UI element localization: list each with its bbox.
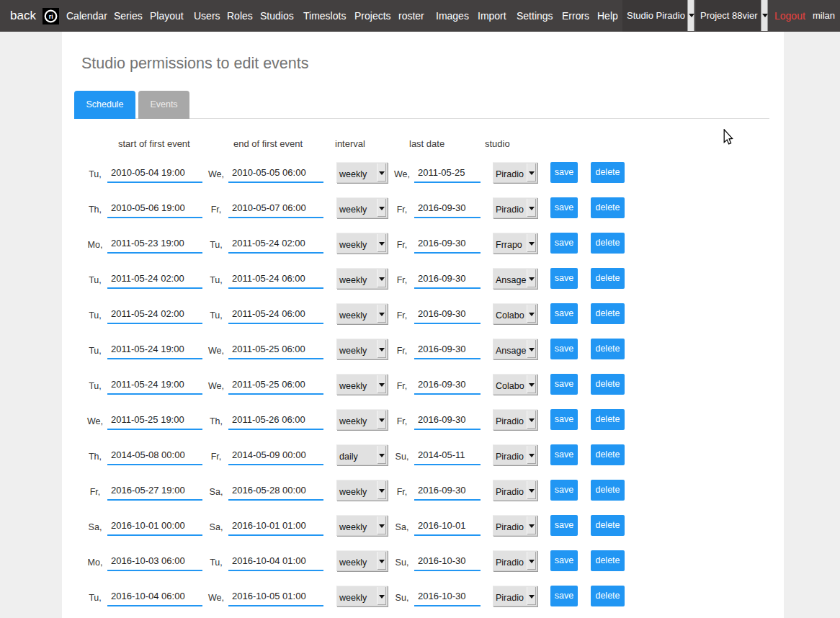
svg-text:ri: ri (49, 13, 53, 20)
